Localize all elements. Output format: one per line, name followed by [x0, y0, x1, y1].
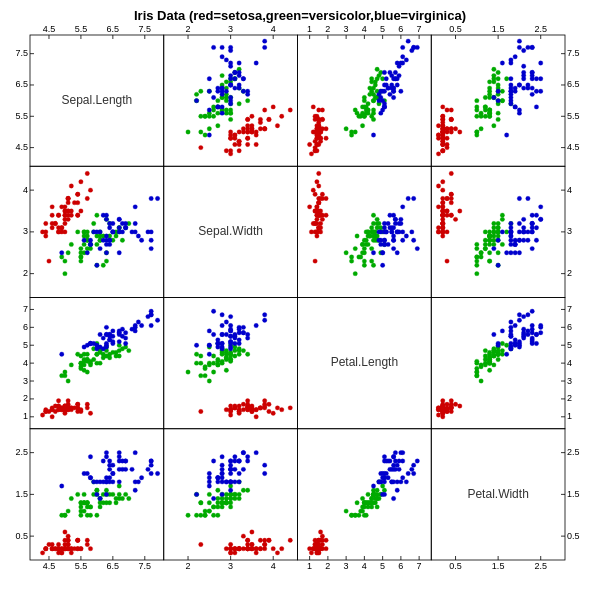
chart-container: Iris Data (red=setosa,green=versicolor,b… — [0, 0, 600, 600]
